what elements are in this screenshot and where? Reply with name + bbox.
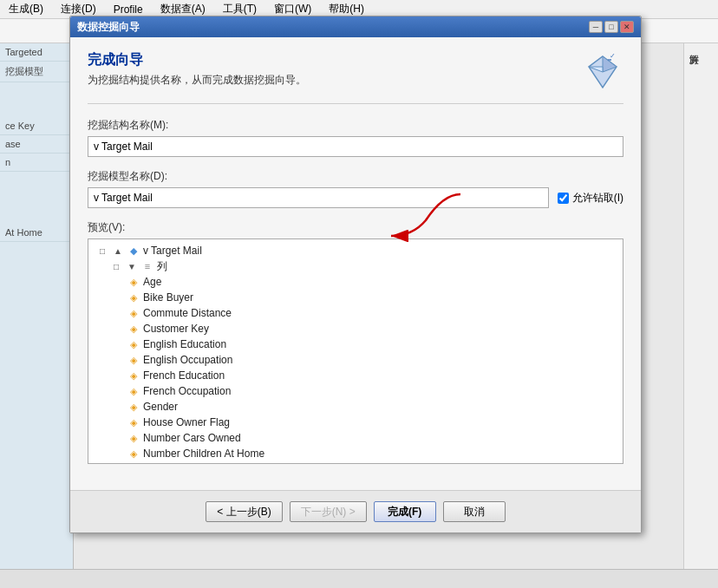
dialog-titlebar: 数据控掘向导 ─ □ ✕: [70, 16, 641, 37]
expand-columns[interactable]: □: [109, 259, 123, 273]
field-icon-fr-edu: ◈: [127, 369, 140, 382]
field-icon-num-cars: ◈: [127, 431, 140, 445]
field-icon-commute: ◈: [127, 306, 140, 320]
back-button[interactable]: < 上一步(B): [206, 501, 282, 522]
mining-model-row: 允许钻取(I): [88, 187, 623, 208]
field-icon-gender: ◈: [127, 400, 140, 414]
wizard-dialog: 数据控掘向导 ─ □ ✕ 完成向导 为挖掘结构提供名称，从而完成数据挖掘向导。: [69, 16, 642, 533]
allow-drill-label-text: 允许钻取(I): [572, 191, 623, 206]
expand-columns2[interactable]: ▼: [125, 259, 139, 273]
mining-model-label: 挖掘模型名称(D):: [88, 169, 623, 184]
tree-container[interactable]: □ ▲ ◆ v Target Mail □ ▼ ≡ 列 ◈ Ag: [88, 238, 623, 464]
preview-section: 预览(V): □ ▲ ◆ v Target Mail □ ▼ ≡ 列: [88, 220, 623, 464]
list-item: ◈ Commute Distance: [92, 305, 619, 321]
close-button[interactable]: ✕: [620, 21, 634, 33]
list-item: ◈ Bike Buyer: [92, 290, 619, 305]
field-icon-age: ◈: [127, 275, 140, 289]
list-item: ◈ Age: [92, 274, 619, 290]
field-house-owner-flag: House Owner Flag: [143, 416, 230, 428]
mining-model-input[interactable]: [88, 187, 549, 208]
app-sidebar-right: 解决方: [683, 43, 718, 588]
preview-label: 预览(V):: [88, 220, 623, 235]
field-number-children: Number Children At Home: [143, 448, 264, 460]
field-gender: Gender: [143, 401, 178, 413]
allow-drill-checkbox-label[interactable]: 允许钻取(I): [558, 191, 623, 206]
mining-structure-group: 挖掘结构名称(M):: [88, 118, 623, 157]
finish-button[interactable]: 完成(F): [374, 501, 436, 522]
list-item: ◈ Gender: [92, 399, 619, 415]
field-commute-distance: Commute Distance: [143, 307, 232, 319]
wizard-subtitle: 为挖掘结构提供名称，从而完成数据挖掘向导。: [88, 73, 306, 88]
model-icon: ◆: [127, 244, 140, 258]
mining-model-group: 挖掘模型名称(D): 允许钻取(I): [88, 169, 623, 208]
list-item: ◈ House Owner Flag: [92, 415, 619, 430]
titlebar-buttons: ─ □ ✕: [589, 21, 634, 33]
list-item: ◈ French Occupation: [92, 383, 619, 399]
field-icon-eng-edu: ◈: [127, 337, 140, 351]
list-item: ◈ Customer Key: [92, 321, 619, 336]
maximize-button[interactable]: □: [604, 21, 618, 33]
wizard-title: 完成向导: [88, 51, 306, 69]
mining-structure-label: 挖掘结构名称(M):: [88, 118, 623, 133]
svg-text:✓: ✓: [610, 53, 616, 60]
field-number-cars-owned: Number Cars Owned: [143, 432, 241, 444]
wizard-header: 完成向导 为挖掘结构提供名称，从而完成数据挖掘向导。 ✓: [88, 51, 623, 104]
tree-columns-label: 列: [157, 259, 167, 274]
wizard-icon: ✓: [582, 51, 623, 93]
field-age: Age: [143, 276, 161, 288]
expand-root2[interactable]: ▲: [111, 244, 125, 258]
field-english-occupation: English Occupation: [143, 354, 232, 366]
dialog-title: 数据控掘向导: [77, 20, 140, 35]
tree-root-label: v Target Mail: [143, 245, 202, 257]
tree-node-root: □ ▲ ◆ v Target Mail: [92, 243, 619, 258]
field-french-occupation: French Occupation: [143, 385, 231, 397]
sidebar-item-ase[interactable]: ase: [0, 135, 73, 154]
sidebar-item-n[interactable]: n: [0, 154, 73, 172]
list-item: ◈ English Occupation: [92, 352, 619, 368]
field-icon-fr-occ: ◈: [127, 384, 140, 398]
field-icon-house-owner: ◈: [127, 415, 140, 429]
list-item: ◈ Region: [92, 461, 619, 464]
field-bike-buyer: Bike Buyer: [143, 291, 193, 304]
field-french-education: French Education: [143, 369, 225, 382]
minimize-button[interactable]: ─: [589, 21, 603, 33]
right-panel-label: 解决方: [684, 43, 704, 50]
field-customer-key: Customer Key: [143, 323, 209, 335]
list-icon: ≡: [140, 259, 154, 273]
list-item: ◈ Number Cars Owned: [92, 430, 619, 446]
menu-generate[interactable]: 生成(B): [3, 0, 49, 18]
field-english-education: English Education: [143, 338, 226, 350]
field-icon-region: ◈: [127, 462, 140, 464]
field-icon-bike-buyer: ◈: [127, 291, 140, 304]
app-sidebar-left: Targeted 挖掘模型 ce Key ase n At Home: [0, 43, 74, 569]
wizard-header-text: 完成向导 为挖掘结构提供名称，从而完成数据挖掘向导。: [88, 51, 306, 88]
sidebar-item-ce-key[interactable]: ce Key: [0, 117, 73, 135]
sidebar-item-targeted[interactable]: Targeted: [0, 43, 73, 62]
menu-profile[interactable]: Profile: [108, 2, 148, 17]
tree-node-columns: □ ▼ ≡ 列: [92, 258, 619, 274]
allow-drill-checkbox[interactable]: [558, 193, 569, 204]
dialog-body: 完成向导 为挖掘结构提供名称，从而完成数据挖掘向导。 ✓ 挖掘结构名称(M):: [70, 37, 641, 490]
sidebar-item-at-home[interactable]: At Home: [0, 224, 73, 242]
field-icon-eng-occ: ◈: [127, 353, 140, 367]
expand-root[interactable]: □: [95, 244, 109, 258]
status-bar: [0, 569, 718, 588]
list-item: ◈ English Education: [92, 336, 619, 352]
field-icon-num-children: ◈: [127, 447, 140, 461]
sidebar-item-mining-model[interactable]: 挖掘模型: [0, 62, 73, 82]
field-icon-customer-key: ◈: [127, 322, 140, 336]
list-item: ◈ French Education: [92, 368, 619, 383]
list-item: ◈ Number Children At Home: [92, 446, 619, 461]
next-button[interactable]: 下一步(N) >: [290, 501, 367, 522]
mining-structure-input[interactable]: [88, 136, 623, 157]
dialog-footer: < 上一步(B) 下一步(N) > 完成(F) 取消: [70, 490, 641, 532]
field-region: Region: [143, 463, 176, 464]
cancel-button[interactable]: 取消: [443, 501, 506, 522]
